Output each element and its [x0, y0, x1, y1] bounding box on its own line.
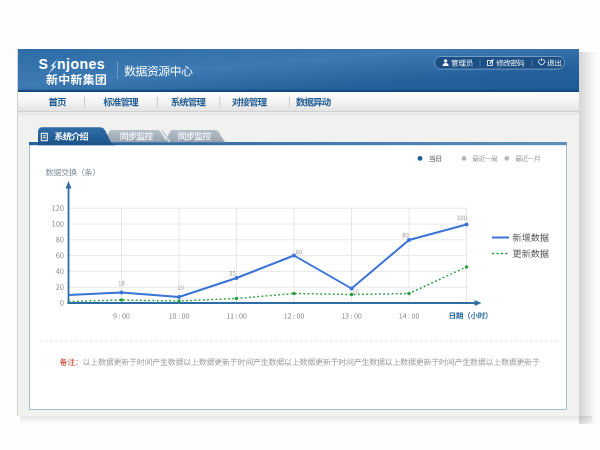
- svg-text:S: S: [39, 56, 49, 72]
- svg-text:njones: njones: [57, 56, 105, 72]
